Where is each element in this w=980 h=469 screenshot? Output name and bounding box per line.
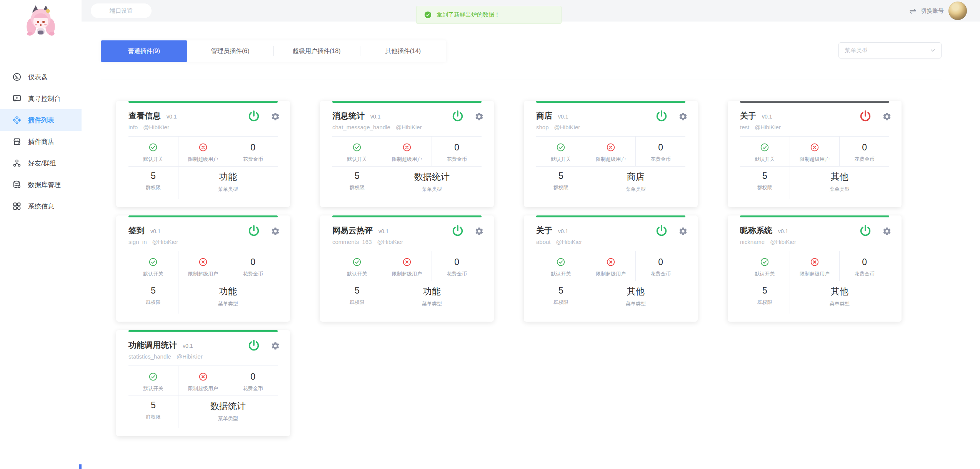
x-circle-icon: [198, 143, 208, 152]
plugin-author: @HibiKier: [152, 239, 178, 245]
plugin-module: statistics_handle: [128, 353, 171, 360]
menu-type-select[interactable]: 菜单类型: [838, 42, 942, 58]
sidebar-item-label: 插件列表: [28, 116, 54, 125]
power-toggle-icon[interactable]: [858, 109, 872, 123]
card-status-topline: [740, 215, 889, 217]
plugin-card-grid: 查看信息 v0.1 info @HibiKier: [116, 101, 902, 436]
stat-menu-type: 功能 菜单类型: [382, 281, 482, 314]
plugin-tab[interactable]: 其他插件(14): [360, 40, 447, 62]
stat-cost-gold: 0 花费金币: [432, 137, 482, 166]
plugin-module: comments_163: [332, 239, 372, 245]
plugin-card: 消息统计 v0.1 chat_message_handle @HibiKier: [320, 101, 494, 207]
plugin-title: 网易云热评: [332, 225, 373, 236]
stat-limit-superuser: 限制超级用户: [178, 137, 228, 166]
stat-group-level: 5 群权限: [536, 167, 586, 199]
sidebar-item-plugins[interactable]: 插件列表: [0, 109, 82, 131]
gear-icon[interactable]: [271, 227, 280, 236]
sidebar-item-console[interactable]: 真寻控制台: [0, 88, 82, 109]
plugin-card: 关于 v0.1 about @HibiKier: [524, 215, 698, 322]
check-circle-icon: [148, 372, 158, 381]
plugin-card: 查看信息 v0.1 info @HibiKier: [116, 101, 290, 207]
power-toggle-icon[interactable]: [451, 224, 465, 238]
plugin-tabs: 普通插件(9) 管理员插件(6) 超级用户插件(18) 其他插件(14): [101, 40, 446, 62]
card-status-topline: [740, 101, 889, 103]
check-circle-icon: [556, 257, 565, 267]
gear-icon[interactable]: [475, 112, 484, 121]
card-status-topline: [536, 215, 685, 217]
user-avatar[interactable]: [948, 2, 967, 20]
stat-default-switch: 默认开关: [740, 137, 790, 166]
plugin-tab[interactable]: 管理员插件(6): [187, 40, 274, 62]
plugin-title: 关于: [740, 110, 756, 121]
plugin-version: v0.1: [167, 113, 177, 120]
plugin-version: v0.1: [183, 343, 193, 349]
database-icon: [12, 180, 22, 189]
plugin-title: 签到: [128, 225, 145, 236]
sidebar-item-label: 仪表盘: [28, 73, 48, 82]
check-circle-icon: [352, 257, 362, 267]
power-toggle-icon[interactable]: [247, 224, 261, 238]
plugin-title: 商店: [536, 110, 552, 121]
plugin-module: shop: [536, 124, 549, 130]
stat-menu-type: 其他 菜单类型: [790, 167, 889, 199]
sidebar-item-gauge[interactable]: 仪表盘: [0, 66, 82, 88]
sidebar-item-system[interactable]: 系统信息: [0, 195, 82, 217]
x-circle-icon: [198, 257, 208, 267]
card-status-topline: [128, 215, 278, 217]
stat-menu-type: 数据统计 菜单类型: [178, 396, 278, 428]
plugin-title: 查看信息: [128, 110, 161, 121]
gear-icon[interactable]: [475, 227, 484, 236]
plugin-card: 签到 v0.1 sign_in @HibiKier: [116, 215, 290, 322]
sidebar-item-label: 数据库管理: [28, 180, 61, 189]
plugin-card: 昵称系统 v0.1 nickname @HibiKier: [728, 215, 902, 322]
sidebar-item-database[interactable]: 数据库管理: [0, 174, 82, 195]
sidebar-item-store[interactable]: 插件商店: [0, 131, 82, 152]
stat-cost-gold: 0 花费金币: [840, 251, 889, 281]
gear-icon[interactable]: [882, 112, 892, 121]
stat-group-level: 5 群权限: [536, 281, 586, 314]
stat-limit-superuser: 限制超级用户: [382, 137, 432, 166]
card-status-topline: [332, 101, 482, 103]
stat-cost-gold: 0 花费金币: [228, 366, 278, 396]
console-icon: [12, 94, 22, 103]
stat-group-level: 5 群权限: [740, 167, 790, 199]
power-toggle-icon[interactable]: [247, 109, 261, 123]
card-status-topline: [536, 101, 685, 103]
stat-group-level: 5 群权限: [128, 396, 178, 428]
plugin-tab[interactable]: 超级用户插件(18): [273, 40, 360, 62]
plugin-module: info: [128, 124, 138, 130]
plugin-version: v0.1: [558, 228, 568, 234]
stat-limit-superuser: 限制超级用户: [382, 251, 432, 281]
plugin-author: @HibiKier: [377, 239, 403, 245]
gear-icon[interactable]: [271, 112, 280, 121]
gear-icon[interactable]: [271, 341, 280, 350]
plugin-version: v0.1: [370, 113, 380, 120]
stat-limit-superuser: 限制超级用户: [178, 366, 228, 396]
tab-label: 超级用户插件(18): [293, 47, 340, 55]
toast-text: 拿到了新鲜出炉的数据！: [437, 11, 500, 18]
stat-cost-gold: 0 花费金币: [840, 137, 889, 166]
stat-menu-type: 功能 菜单类型: [178, 167, 278, 199]
sidebar-scrollbar-thumb[interactable]: [79, 464, 82, 469]
sidebar-item-label: 插件商店: [28, 137, 54, 146]
sidebar-item-friends[interactable]: 好友/群组: [0, 152, 82, 174]
plugin-tab[interactable]: 普通插件(9): [101, 40, 187, 62]
app-logo: [19, 3, 62, 42]
stat-default-switch: 默认开关: [332, 251, 382, 281]
power-toggle-icon[interactable]: [247, 339, 261, 352]
power-toggle-icon[interactable]: [655, 224, 668, 238]
plugin-author: @HibiKier: [143, 124, 169, 130]
gear-icon[interactable]: [678, 227, 688, 236]
gear-icon[interactable]: [678, 112, 688, 121]
plugin-card: 商店 v0.1 shop @HibiKier: [524, 101, 698, 207]
power-toggle-icon[interactable]: [655, 109, 668, 123]
plugin-module: nickname: [740, 239, 765, 245]
check-circle-icon: [556, 143, 565, 152]
switch-account-button[interactable]: ⇌ 切换账号: [909, 0, 967, 22]
content-divider: [101, 80, 942, 80]
gear-icon[interactable]: [882, 227, 892, 236]
power-toggle-icon[interactable]: [451, 109, 465, 123]
port-settings-button[interactable]: 端口设置: [91, 3, 152, 18]
sidebar: 仪表盘 真寻控制台 插件列表 插件商店 好友/群组 数据库管理 系统信息: [0, 0, 82, 469]
power-toggle-icon[interactable]: [858, 224, 872, 238]
